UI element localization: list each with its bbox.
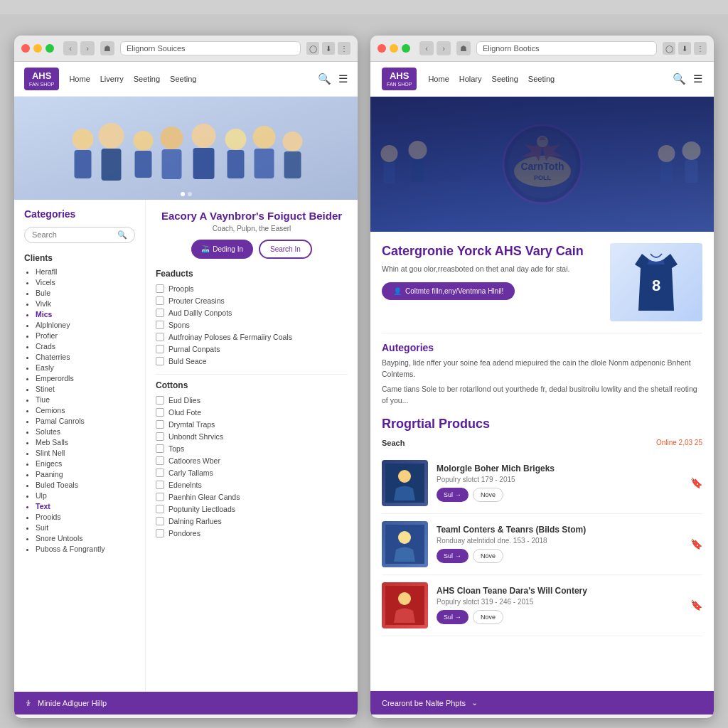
product-1-nove-button[interactable]: Nove — [473, 488, 503, 502]
filter-checkbox-c9[interactable] — [156, 493, 164, 501]
feature-cta-button[interactable]: 👤 Coltmte filln,eny/Ventmna Hlnil! — [382, 282, 515, 300]
left-footer[interactable]: 🛉 Minide Adlguer Hillp — [14, 692, 358, 714]
product-bookmark-3[interactable]: 🔖 — [690, 599, 702, 611]
right-minimize-button[interactable] — [390, 44, 398, 53]
right-close-button[interactable] — [378, 44, 386, 53]
list-item[interactable]: Slint Nell — [36, 449, 135, 457]
list-item[interactable]: Ulp — [36, 491, 135, 500]
left-nav-home[interactable]: Home — [69, 75, 90, 83]
filter-checkbox-c12[interactable] — [156, 529, 164, 537]
left-close-button[interactable] — [21, 44, 30, 53]
right-bookmark-button[interactable]: ◯ — [663, 42, 675, 55]
list-item[interactable]: Buled Toeals — [36, 481, 135, 489]
search-in-button[interactable]: Search In — [259, 240, 312, 259]
right-nav-seeting1[interactable]: Seeting — [492, 75, 518, 83]
list-item[interactable]: Suit — [36, 523, 135, 532]
left-minimize-button[interactable] — [33, 44, 42, 53]
filter-checkbox-4[interactable] — [156, 321, 164, 329]
left-home-button[interactable]: ☗ — [100, 41, 114, 55]
list-item[interactable]: Snore Untools — [36, 534, 135, 542]
left-back-button[interactable]: ‹ — [63, 41, 77, 55]
filter-checkbox-c10[interactable] — [156, 505, 164, 513]
filter-checkbox-c1[interactable] — [156, 396, 164, 405]
filter-checkbox-c8[interactable] — [156, 481, 164, 489]
list-item[interactable]: Alplnloney — [36, 321, 135, 329]
left-bookmark-button[interactable]: ◯ — [306, 42, 319, 55]
filter-checkbox-6[interactable] — [156, 345, 164, 353]
list-item[interactable]: Cemions — [36, 406, 135, 414]
list-item[interactable]: Meb Salls — [36, 438, 135, 446]
left-nav-seeting1[interactable]: Seeting — [134, 75, 160, 83]
filter-checkbox-c6[interactable] — [156, 456, 164, 465]
list-item-mics[interactable]: Mics — [36, 310, 135, 318]
right-search-icon[interactable]: 🔍 — [673, 73, 686, 85]
right-hero-banner: CarnToth POLL — [370, 97, 714, 232]
product-2-sul-button[interactable]: Sul → — [437, 549, 469, 563]
right-address-bar[interactable]: Elignorn Bootics — [476, 41, 657, 55]
list-item[interactable]: Profier — [36, 331, 135, 340]
product-bookmark-2[interactable]: 🔖 — [690, 538, 702, 550]
right-nav-home[interactable]: Home — [428, 75, 449, 83]
left-logo[interactable]: AHS FAN SHOP — [24, 68, 59, 90]
list-item[interactable]: Emperordls — [36, 374, 135, 382]
filter-checkbox-c3[interactable] — [156, 420, 164, 429]
list-item[interactable]: Puboss & Fongrantly — [36, 545, 135, 553]
filter-checkbox-c11[interactable] — [156, 517, 164, 525]
right-footer[interactable]: Crearont be Nalte Phpts ⌄ — [370, 691, 714, 714]
list-item-text[interactable]: Text — [36, 502, 135, 510]
left-nav-liverry[interactable]: Liverry — [100, 75, 124, 83]
list-item[interactable]: Pamal Canrols — [36, 417, 135, 425]
product-bookmark-1[interactable]: 🔖 — [690, 477, 702, 488]
filter-checkbox-c4[interactable] — [156, 432, 164, 441]
list-item[interactable]: Solutes — [36, 427, 135, 436]
left-search-icon[interactable]: 🔍 — [318, 73, 331, 85]
left-forward-button[interactable]: › — [80, 41, 95, 55]
right-nav-holary[interactable]: Holary — [459, 75, 482, 83]
right-logo[interactable]: AHS FAN SHOP — [382, 68, 417, 90]
filter-checkbox-c5[interactable] — [156, 444, 164, 453]
left-download-button[interactable]: ⬇ — [322, 42, 335, 55]
hero-dot-1[interactable] — [181, 192, 185, 196]
list-item[interactable]: Vivlk — [36, 299, 135, 308]
list-item[interactable]: Herafll — [36, 267, 135, 276]
list-item[interactable]: Tiue — [36, 395, 135, 404]
product-3-sul-button[interactable]: Sul → — [437, 610, 469, 624]
product-2-nove-button[interactable]: Nove — [473, 549, 503, 563]
left-maximize-button[interactable] — [46, 44, 54, 53]
left-address-bar[interactable]: Elignorn Souices — [120, 41, 301, 55]
filter-checkbox-3[interactable] — [156, 309, 164, 317]
right-menu-icon[interactable]: ☰ — [693, 73, 702, 85]
filter-checkbox-proopls[interactable] — [156, 284, 164, 293]
left-more-button[interactable]: ⋮ — [338, 42, 350, 55]
chevron-down-icon: ⌄ — [471, 698, 478, 707]
product-3-nove-button[interactable]: Nove — [473, 610, 503, 624]
list-item[interactable]: Paaning — [36, 470, 135, 478]
filter-checkbox-5[interactable] — [156, 333, 164, 341]
list-item[interactable]: Easly — [36, 363, 135, 372]
list-item[interactable]: Prooids — [36, 513, 135, 521]
filter-checkbox-c7[interactable] — [156, 469, 164, 477]
hero-dot-2[interactable] — [188, 192, 192, 196]
list-item[interactable]: Bule — [36, 289, 135, 297]
filter-checkbox-7[interactable] — [156, 357, 164, 365]
list-item[interactable]: Chaterries — [36, 353, 135, 361]
search-input[interactable] — [32, 230, 113, 239]
right-nav-seeting2[interactable]: Seeting — [528, 75, 555, 83]
deding-in-button[interactable]: 🚠 Deding In — [191, 240, 253, 259]
list-item[interactable]: Enigecs — [36, 459, 135, 468]
product-1-sul-button[interactable]: Sul → — [437, 488, 469, 502]
search-box[interactable]: 🔍 — [24, 227, 135, 243]
right-more-button[interactable]: ⋮ — [694, 42, 707, 55]
list-item[interactable]: Vicels — [36, 278, 135, 287]
right-download-button[interactable]: ⬇ — [678, 42, 691, 55]
left-nav-seeting2[interactable]: Seeting — [170, 75, 196, 83]
right-maximize-button[interactable] — [402, 44, 410, 53]
filter-checkbox-2[interactable] — [156, 296, 164, 305]
right-back-button[interactable]: ‹ — [419, 41, 434, 55]
left-menu-icon[interactable]: ☰ — [338, 73, 348, 85]
list-item[interactable]: Stinet — [36, 385, 135, 393]
filter-checkbox-c2[interactable] — [156, 408, 164, 417]
list-item[interactable]: Crads — [36, 342, 135, 350]
right-forward-button[interactable]: › — [437, 41, 451, 55]
right-home-button[interactable]: ☗ — [456, 41, 471, 55]
